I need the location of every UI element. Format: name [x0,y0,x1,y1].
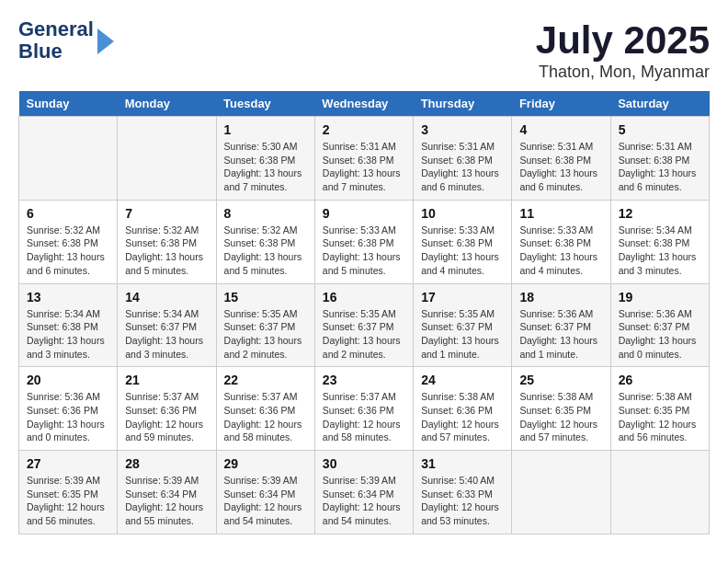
day-info: Sunrise: 5:30 AM Sunset: 6:38 PM Dayligh… [224,140,307,194]
week-row-3: 13Sunrise: 5:34 AM Sunset: 6:38 PM Dayli… [19,283,710,367]
day-number: 12 [619,206,701,221]
day-number: 16 [323,290,405,304]
calendar-cell: 7Sunrise: 5:32 AM Sunset: 6:38 PM Daylig… [118,200,216,283]
calendar-cell: 9Sunrise: 5:33 AM Sunset: 6:38 PM Daylig… [314,200,413,283]
calendar-table: SundayMondayTuesdayWednesdayThursdayFrid… [18,91,710,534]
day-info: Sunrise: 5:38 AM Sunset: 6:35 PM Dayligh… [519,390,602,444]
week-row-2: 6Sunrise: 5:32 AM Sunset: 6:38 PM Daylig… [19,200,710,283]
day-number: 26 [619,373,701,387]
title-block: July 2025 Thaton, Mon, Myanmar [536,18,710,82]
logo-line1: General [18,17,94,40]
calendar-cell [118,117,216,201]
calendar-cell: 13Sunrise: 5:34 AM Sunset: 6:38 PM Dayli… [19,283,118,367]
calendar-cell: 14Sunrise: 5:34 AM Sunset: 6:37 PM Dayli… [118,283,216,367]
calendar-cell: 28Sunrise: 5:39 AM Sunset: 6:34 PM Dayli… [118,451,216,534]
calendar-cell: 10Sunrise: 5:33 AM Sunset: 6:38 PM Dayli… [414,200,512,283]
calendar-cell: 1Sunrise: 5:30 AM Sunset: 6:38 PM Daylig… [216,117,314,201]
calendar-cell: 8Sunrise: 5:32 AM Sunset: 6:38 PM Daylig… [216,200,314,283]
weekday-header-sunday: Sunday [19,91,118,117]
calendar-cell: 22Sunrise: 5:37 AM Sunset: 6:36 PM Dayli… [216,367,314,451]
calendar-cell: 21Sunrise: 5:37 AM Sunset: 6:36 PM Dayli… [118,367,216,451]
calendar-cell: 3Sunrise: 5:31 AM Sunset: 6:38 PM Daylig… [414,117,512,201]
day-number: 28 [125,456,208,471]
week-row-1: 1Sunrise: 5:30 AM Sunset: 6:38 PM Daylig… [19,117,710,201]
day-info: Sunrise: 5:32 AM Sunset: 6:38 PM Dayligh… [224,224,307,278]
day-number: 8 [224,206,307,221]
calendar-cell: 23Sunrise: 5:37 AM Sunset: 6:36 PM Dayli… [314,367,413,451]
weekday-header-thursday: Thursday [414,91,512,117]
calendar-cell: 26Sunrise: 5:38 AM Sunset: 6:35 PM Dayli… [610,367,709,451]
day-number: 19 [619,290,701,304]
day-number: 25 [519,373,602,387]
week-row-5: 27Sunrise: 5:39 AM Sunset: 6:35 PM Dayli… [19,451,710,534]
page-header: General Blue July 2025 Thaton, Mon, Myan… [18,18,710,82]
day-info: Sunrise: 5:38 AM Sunset: 6:36 PM Dayligh… [421,390,504,444]
weekday-header-friday: Friday [512,91,610,117]
day-number: 11 [519,206,602,221]
weekday-header-saturday: Saturday [610,91,709,117]
calendar-cell: 20Sunrise: 5:36 AM Sunset: 6:36 PM Dayli… [19,367,118,451]
day-number: 30 [323,456,405,471]
day-info: Sunrise: 5:33 AM Sunset: 6:38 PM Dayligh… [519,224,602,278]
day-number: 23 [323,373,405,387]
day-info: Sunrise: 5:35 AM Sunset: 6:37 PM Dayligh… [224,307,307,362]
calendar-cell: 6Sunrise: 5:32 AM Sunset: 6:38 PM Daylig… [19,200,118,283]
day-info: Sunrise: 5:31 AM Sunset: 6:38 PM Dayligh… [519,140,602,194]
calendar-cell: 5Sunrise: 5:31 AM Sunset: 6:38 PM Daylig… [610,117,709,201]
location-label: Thaton, Mon, Myanmar [536,63,710,82]
day-info: Sunrise: 5:39 AM Sunset: 6:34 PM Dayligh… [224,474,307,528]
day-info: Sunrise: 5:31 AM Sunset: 6:38 PM Dayligh… [619,140,701,194]
calendar-cell [610,451,709,534]
calendar-cell: 11Sunrise: 5:33 AM Sunset: 6:38 PM Dayli… [512,200,610,283]
weekday-header-tuesday: Tuesday [216,91,314,117]
calendar-cell: 19Sunrise: 5:36 AM Sunset: 6:37 PM Dayli… [610,283,709,367]
calendar-cell: 17Sunrise: 5:35 AM Sunset: 6:37 PM Dayli… [414,283,512,367]
day-number: 9 [323,206,405,221]
day-info: Sunrise: 5:39 AM Sunset: 6:34 PM Dayligh… [125,474,208,528]
calendar-cell: 29Sunrise: 5:39 AM Sunset: 6:34 PM Dayli… [216,451,314,534]
day-info: Sunrise: 5:32 AM Sunset: 6:38 PM Dayligh… [125,224,208,278]
day-number: 18 [519,290,602,304]
calendar-cell [512,451,610,534]
day-info: Sunrise: 5:37 AM Sunset: 6:36 PM Dayligh… [224,390,307,444]
day-number: 31 [421,456,504,471]
weekday-header-row: SundayMondayTuesdayWednesdayThursdayFrid… [19,91,710,117]
day-number: 4 [519,122,602,137]
day-number: 2 [323,122,405,137]
day-number: 24 [421,373,504,387]
calendar-cell: 12Sunrise: 5:34 AM Sunset: 6:38 PM Dayli… [610,200,709,283]
logo-text: General Blue [18,18,94,63]
day-number: 20 [27,373,109,387]
calendar-cell: 16Sunrise: 5:35 AM Sunset: 6:37 PM Dayli… [314,283,413,367]
logo: General Blue [18,18,114,63]
calendar-cell: 15Sunrise: 5:35 AM Sunset: 6:37 PM Dayli… [216,283,314,367]
weekday-header-wednesday: Wednesday [314,91,413,117]
day-info: Sunrise: 5:34 AM Sunset: 6:37 PM Dayligh… [125,307,208,362]
day-number: 7 [125,206,208,221]
logo-arrow-icon [97,29,114,54]
calendar-cell: 27Sunrise: 5:39 AM Sunset: 6:35 PM Dayli… [19,451,118,534]
day-number: 10 [421,206,504,221]
calendar-header: SundayMondayTuesdayWednesdayThursdayFrid… [19,91,710,117]
day-number: 1 [224,122,307,137]
month-title: July 2025 [536,18,710,63]
calendar-cell: 18Sunrise: 5:36 AM Sunset: 6:37 PM Dayli… [512,283,610,367]
day-info: Sunrise: 5:34 AM Sunset: 6:38 PM Dayligh… [619,224,701,278]
day-info: Sunrise: 5:36 AM Sunset: 6:37 PM Dayligh… [519,307,602,362]
day-info: Sunrise: 5:38 AM Sunset: 6:35 PM Dayligh… [619,390,701,444]
day-number: 22 [224,373,307,387]
week-row-4: 20Sunrise: 5:36 AM Sunset: 6:36 PM Dayli… [19,367,710,451]
calendar-cell: 30Sunrise: 5:39 AM Sunset: 6:34 PM Dayli… [314,451,413,534]
calendar-cell [19,117,118,201]
day-info: Sunrise: 5:36 AM Sunset: 6:36 PM Dayligh… [27,390,109,444]
day-number: 15 [224,290,307,304]
day-info: Sunrise: 5:40 AM Sunset: 6:33 PM Dayligh… [421,474,504,528]
day-info: Sunrise: 5:35 AM Sunset: 6:37 PM Dayligh… [421,307,504,362]
day-number: 5 [619,122,701,137]
day-info: Sunrise: 5:32 AM Sunset: 6:38 PM Dayligh… [27,224,109,278]
day-number: 3 [421,122,504,137]
calendar-cell: 25Sunrise: 5:38 AM Sunset: 6:35 PM Dayli… [512,367,610,451]
calendar-cell: 24Sunrise: 5:38 AM Sunset: 6:36 PM Dayli… [414,367,512,451]
day-number: 14 [125,290,208,304]
day-number: 27 [27,456,109,471]
